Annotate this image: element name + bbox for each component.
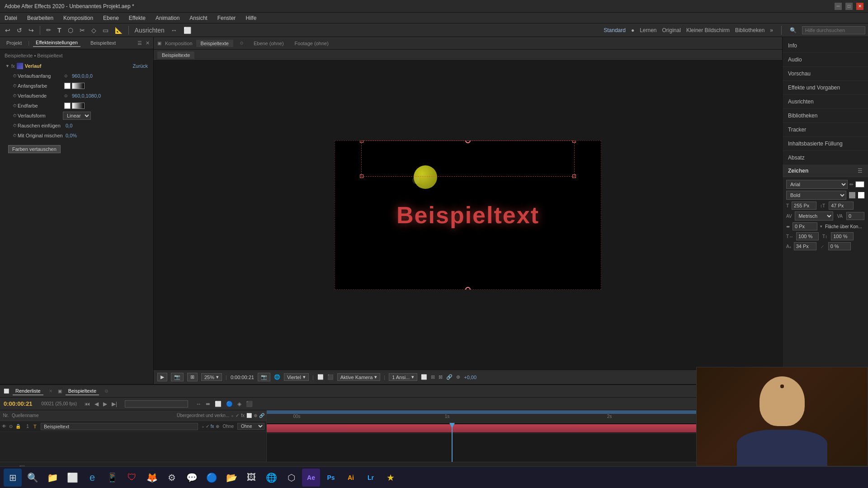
font-color-swatch[interactable] xyxy=(855,181,864,188)
zoom-dropdown[interactable]: 25% ▾ xyxy=(201,373,222,381)
tl-play-btn2[interactable]: ▶ xyxy=(102,401,108,407)
tab-projekt[interactable]: Projekt xyxy=(4,39,24,47)
kerning-select[interactable]: Metrisch xyxy=(795,211,834,221)
search-input[interactable] xyxy=(802,26,865,34)
tool-pen[interactable]: ✏ xyxy=(44,26,53,34)
right-panel-absatz[interactable]: Absatz xyxy=(783,151,868,165)
prop-value-mischen[interactable]: 0,0% xyxy=(66,133,77,138)
minimize-button[interactable]: ─ xyxy=(835,3,842,10)
taskbar-search[interactable]: 🔍 xyxy=(24,469,42,487)
taskbar-facebook[interactable]: 🔵 xyxy=(203,469,221,487)
menu-datei[interactable]: Datei xyxy=(3,14,19,22)
tl-back-btn[interactable]: ◀ xyxy=(93,401,100,407)
camera-dropdown[interactable]: Aktive Kamera ▾ xyxy=(337,373,381,381)
taskbar-tool[interactable]: ⚙ xyxy=(163,469,181,487)
tool-shape[interactable]: ⬡ xyxy=(66,26,75,35)
taskbar-whatsapp[interactable]: 📱 xyxy=(103,469,121,487)
tl-tool2[interactable]: ⬌ xyxy=(204,401,212,407)
tab-comp-timeline[interactable]: Beispieltexte xyxy=(66,387,99,395)
quality-dropdown[interactable]: Viertel ▾ xyxy=(284,373,309,381)
tool-text[interactable]: T xyxy=(55,26,64,35)
tl-tool3[interactable]: ⬜ xyxy=(213,401,223,407)
baseline-input[interactable] xyxy=(794,242,816,250)
tool-ausrichten[interactable]: Ausrichten xyxy=(132,26,167,35)
lock-icon[interactable]: 🔒 xyxy=(15,424,21,429)
zeichen-menu-icon[interactable]: ☰ xyxy=(858,168,863,174)
workspace-original[interactable]: Original xyxy=(662,27,681,33)
letter-spacing-input[interactable] xyxy=(793,222,817,230)
taskbar-explorer[interactable]: 📁 xyxy=(43,469,61,487)
tl-fwd-btn[interactable]: ▶| xyxy=(110,401,118,407)
menu-ansicht[interactable]: Ansicht xyxy=(188,14,209,22)
solo-icon[interactable]: ⊙ xyxy=(9,424,13,429)
right-panel-effekte[interactable]: Effekte und Vorgaben xyxy=(783,81,868,95)
window-controls[interactable]: ─ □ ✕ xyxy=(835,3,863,10)
taskbar-start[interactable]: ⊞ xyxy=(4,469,22,487)
view-dropdown[interactable]: 1 Ansi... ▾ xyxy=(389,373,417,381)
taskbar-antivirus[interactable]: 🛡 xyxy=(123,469,141,487)
viewer-snapshot-btn[interactable]: 📷 xyxy=(171,373,184,381)
comp-tab-beispieltexte[interactable]: Beispieltexte xyxy=(196,40,233,47)
viewer-grid-btn[interactable]: ⊞ xyxy=(187,373,198,381)
right-panel-inhalt[interactable]: Inhaltsbasierte Füllung xyxy=(783,137,868,151)
tool-rect[interactable]: ▭ xyxy=(100,26,111,35)
right-panel-ausrichten[interactable]: Ausrichten xyxy=(783,95,868,109)
verlaufsform-select[interactable]: Linear Radial xyxy=(63,112,91,120)
taskbar-lr[interactable]: Lr xyxy=(362,469,380,487)
layer-icon-check[interactable]: ✓ xyxy=(206,424,209,429)
layer-icon-motion[interactable]: ⊕ xyxy=(216,424,219,429)
expand-icon[interactable]: ▼ xyxy=(5,64,9,68)
tl-tool5[interactable]: ◈ xyxy=(236,401,243,407)
font-size-input[interactable] xyxy=(792,202,816,210)
viewer-snap-btn[interactable]: 📷 xyxy=(258,373,270,381)
taskbar-network[interactable]: 🌐 xyxy=(262,469,280,487)
farben-vertauschen-btn[interactable]: Farben vertauschen xyxy=(8,145,61,153)
tool-redo[interactable]: ↪ xyxy=(26,26,36,35)
maximize-button[interactable]: □ xyxy=(845,3,853,10)
taskbar-ai[interactable]: Ai xyxy=(342,469,360,487)
tl-play-btn[interactable]: ⏮ xyxy=(83,401,91,407)
layer-icon-anchor[interactable]: ⬦ xyxy=(202,424,204,429)
close-button[interactable]: ✕ xyxy=(856,3,863,10)
skew-input[interactable] xyxy=(828,242,851,250)
workspace-more[interactable]: » xyxy=(770,27,773,33)
taskbar-messenger[interactable]: 💬 xyxy=(183,469,201,487)
prop-value-rauschen[interactable]: 0,0 xyxy=(66,123,72,128)
taskbar-files[interactable]: 📂 xyxy=(222,469,241,487)
scale-h-input[interactable] xyxy=(796,232,819,240)
panel-close-btn[interactable]: ✕ xyxy=(146,40,150,46)
taskbar-unknown2[interactable]: ★ xyxy=(382,469,400,487)
tl-search-input[interactable] xyxy=(125,400,188,408)
eye-icon[interactable]: 👁 xyxy=(2,424,6,429)
white-swatch[interactable] xyxy=(64,83,71,89)
workspace-bibliotheken[interactable]: Bibliotheken xyxy=(735,27,764,33)
menu-komposition[interactable]: Komposition xyxy=(61,14,95,22)
white-swatch2[interactable] xyxy=(64,103,71,109)
menu-animation[interactable]: Animation xyxy=(154,14,181,22)
menu-bearbeiten[interactable]: Bearbeiten xyxy=(25,14,55,22)
gradient-swatch-end[interactable] xyxy=(72,103,85,109)
right-panel-tracker[interactable]: Tracker xyxy=(783,123,868,137)
fill-color-swatch[interactable] xyxy=(858,192,864,198)
line-height-input[interactable] xyxy=(829,202,854,210)
font-name-select[interactable]: Arial xyxy=(786,180,848,189)
tab-beispieltext[interactable]: Beispieltext xyxy=(88,39,118,47)
tool-arrow[interactable]: ↔ xyxy=(169,26,179,35)
tl-tool6[interactable]: ⬛ xyxy=(245,401,254,407)
font-weight-select[interactable]: Bold Regular Italic xyxy=(786,191,846,200)
reset-btn[interactable]: Zurück xyxy=(132,63,148,69)
workspace-kleiner[interactable]: Kleiner Bildschirm xyxy=(686,27,730,33)
layer-icon-fx[interactable]: fx xyxy=(211,424,214,429)
channel-tab-footage[interactable]: Footage (ohne) xyxy=(291,41,332,46)
tool-select[interactable]: ↩ xyxy=(3,26,13,35)
inner-tab-beispieltexte[interactable]: Beispieltexte xyxy=(157,52,194,59)
tl-tool1[interactable]: ↔ xyxy=(194,401,203,407)
right-panel-bibliotheken[interactable]: Bibliotheken xyxy=(783,109,868,123)
layer-name[interactable]: Beispieltext xyxy=(41,423,198,430)
taskbar-ae[interactable]: Ae xyxy=(302,469,320,487)
workspace-standard[interactable]: Standard xyxy=(604,27,626,33)
taskbar-photos[interactable]: 🖼 xyxy=(242,469,260,487)
menu-effekte[interactable]: Effekte xyxy=(127,14,147,22)
taskbar-ms-store[interactable]: ⬜ xyxy=(63,469,81,487)
right-panel-audio[interactable]: Audio xyxy=(783,53,868,67)
